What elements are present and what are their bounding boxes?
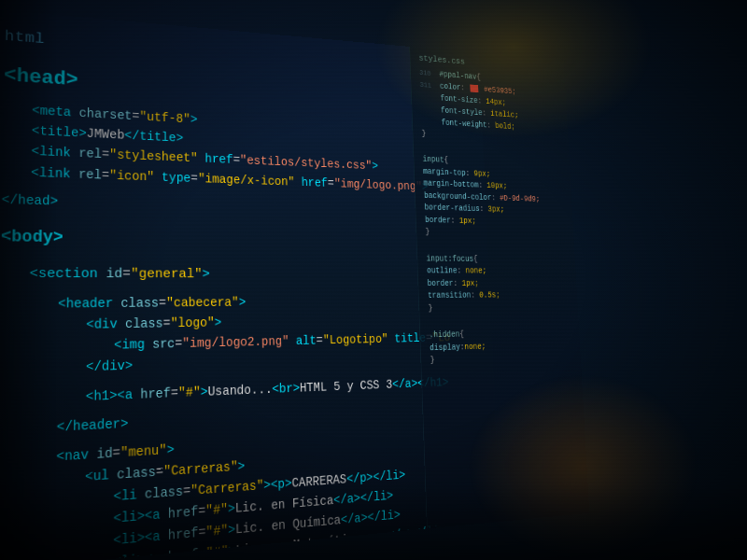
right-line-close3: } [428, 301, 570, 315]
html-open-tag: html [5, 28, 46, 48]
right-line-close2: } [425, 226, 566, 241]
right-line-border2: border: 1px; [427, 277, 569, 289]
right-line-focus: input:focus{ [426, 253, 568, 266]
screen: html <head> <meta charset="utf-8"> <titl… [0, 0, 747, 560]
right-panel: styles.css 310 #ppal-nav{ 311 color: #e5… [409, 47, 589, 529]
section-tag: <section id="general"> [0, 264, 469, 287]
code-block: <head> <meta charset="utf-8"> <title>JMW… [0, 60, 479, 560]
right-line-outline: outline: none; [427, 265, 569, 277]
body-open-tag: <body> [1, 223, 468, 255]
code-container: html <head> <meta charset="utf-8"> <titl… [0, 10, 576, 560]
